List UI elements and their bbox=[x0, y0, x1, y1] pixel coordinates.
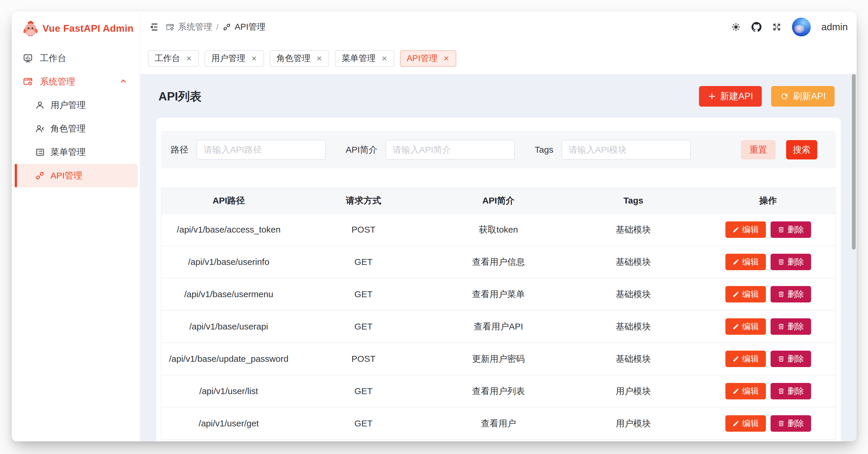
theme-sun-icon[interactable] bbox=[731, 22, 741, 32]
table-body: /api/v1/base/access_tokenPOST获取token基础模块… bbox=[161, 214, 836, 439]
cell-method: GET bbox=[296, 278, 431, 310]
reset-button[interactable]: 重置 bbox=[741, 140, 776, 160]
scrollbar-thumb[interactable] bbox=[852, 74, 856, 250]
edit-button[interactable]: 编辑 bbox=[725, 318, 766, 335]
topbar: 系统管理 / API管理 bbox=[140, 11, 857, 42]
github-icon[interactable] bbox=[751, 22, 762, 32]
app-window: Vue FastAPI Admin 工作台 bbox=[12, 11, 857, 442]
edit-button[interactable]: 编辑 bbox=[725, 383, 766, 399]
delete-button[interactable]: 删除 bbox=[771, 286, 811, 303]
column-header: Tags bbox=[566, 188, 701, 214]
sidebar-item-menus[interactable]: 菜单管理 bbox=[15, 140, 138, 164]
edit-button[interactable]: 编辑 bbox=[725, 415, 766, 432]
filter-tags: Tags bbox=[535, 140, 690, 160]
table-row: /api/v1/base/usermenuGET查看用户菜单基础模块编辑删除 bbox=[161, 278, 836, 310]
role-icon bbox=[35, 124, 44, 133]
cell-summary: 更新用户密码 bbox=[431, 343, 566, 375]
sidebar-item-system[interactable]: 系统管理 bbox=[15, 70, 138, 93]
delete-button[interactable]: 删除 bbox=[771, 254, 811, 270]
tab-0[interactable]: 工作台 bbox=[148, 50, 199, 67]
cell-summary: 查看用户列表 bbox=[431, 375, 566, 407]
new-api-button[interactable]: 新建API bbox=[699, 86, 762, 107]
delete-button[interactable]: 删除 bbox=[771, 221, 811, 238]
table-row: /api/v1/base/update_passwordPOST更新用户密码基础… bbox=[161, 343, 836, 375]
search-button[interactable]: 搜索 bbox=[786, 140, 817, 160]
sidebar-item-users[interactable]: 用户管理 bbox=[15, 93, 138, 117]
user-avatar[interactable] bbox=[792, 18, 811, 36]
cell-summary: 获取token bbox=[431, 214, 566, 246]
cell-method: GET bbox=[296, 407, 431, 439]
edit-button[interactable]: 编辑 bbox=[725, 286, 766, 303]
table-row: /api/v1/base/userinfoGET查看用户信息基础模块编辑删除 bbox=[161, 246, 836, 278]
cell-path: /api/v1/user/list bbox=[161, 375, 296, 407]
column-header: 操作 bbox=[701, 188, 836, 214]
page-title: API列表 bbox=[158, 88, 202, 105]
edit-button[interactable]: 编辑 bbox=[725, 221, 766, 238]
delete-button[interactable]: 删除 bbox=[771, 415, 811, 432]
table-row: /api/v1/user/getGET查看用户用户模块编辑删除 bbox=[161, 407, 836, 439]
breadcrumb-separator: / bbox=[216, 22, 219, 32]
topbar-actions: admin bbox=[731, 18, 848, 36]
cell-actions: 编辑删除 bbox=[701, 278, 836, 310]
header-buttons: 新建API 刷新API bbox=[699, 86, 835, 107]
cell-tags: 基础模块 bbox=[566, 214, 701, 246]
column-header: 请求方式 bbox=[296, 188, 431, 214]
system-icon bbox=[23, 77, 33, 87]
filter-bar: 路径 API简介 Tags 重置 搜索 bbox=[161, 131, 836, 169]
filter-summary: API简介 bbox=[346, 140, 515, 160]
delete-button[interactable]: 删除 bbox=[771, 351, 811, 367]
logo[interactable]: Vue FastAPI Admin bbox=[12, 11, 140, 36]
tab-1[interactable]: 用户管理 bbox=[205, 50, 264, 67]
delete-button[interactable]: 删除 bbox=[771, 318, 811, 335]
api-icon bbox=[35, 171, 44, 180]
collapse-sidebar-icon[interactable] bbox=[149, 22, 159, 32]
tab-3[interactable]: 菜单管理 bbox=[335, 50, 394, 67]
tabbar: 工作台用户管理角色管理菜单管理API管理 bbox=[140, 42, 857, 74]
menu-icon bbox=[35, 147, 44, 157]
system-icon bbox=[166, 23, 174, 31]
cell-actions: 编辑删除 bbox=[701, 407, 836, 439]
api-card: 路径 API简介 Tags 重置 搜索 bbox=[156, 118, 841, 442]
table-row: /api/v1/user/listGET查看用户列表用户模块编辑删除 bbox=[161, 375, 836, 407]
tab-2[interactable]: 角色管理 bbox=[270, 50, 329, 67]
summary-input[interactable] bbox=[385, 140, 515, 160]
cell-method: POST bbox=[296, 214, 431, 246]
username[interactable]: admin bbox=[822, 22, 848, 33]
cell-actions: 编辑删除 bbox=[701, 214, 836, 246]
cell-tags: 用户模块 bbox=[566, 407, 701, 439]
breadcrumb-system[interactable]: 系统管理 bbox=[166, 21, 212, 33]
delete-button[interactable]: 删除 bbox=[771, 383, 811, 399]
api-icon bbox=[223, 23, 231, 31]
edit-button[interactable]: 编辑 bbox=[725, 254, 766, 270]
tab-close-icon[interactable] bbox=[381, 55, 388, 62]
chicken-logo-icon bbox=[24, 21, 37, 36]
breadcrumb-api[interactable]: API管理 bbox=[223, 21, 266, 33]
cell-actions: 编辑删除 bbox=[701, 310, 836, 343]
tags-input[interactable] bbox=[562, 140, 691, 160]
column-header: API路径 bbox=[161, 188, 296, 214]
cell-path: /api/v1/base/usermenu bbox=[161, 278, 296, 310]
cell-method: GET bbox=[296, 246, 431, 278]
edit-button[interactable]: 编辑 bbox=[725, 351, 766, 367]
table-header-row: API路径请求方式API简介Tags操作 bbox=[161, 188, 836, 214]
cell-tags: 基础模块 bbox=[566, 246, 701, 278]
user-icon bbox=[35, 101, 44, 110]
tab-close-icon[interactable] bbox=[316, 55, 322, 62]
fullscreen-icon[interactable] bbox=[772, 22, 781, 32]
refresh-icon bbox=[780, 92, 789, 101]
title-row: API列表 新建API 刷新API bbox=[156, 86, 841, 107]
tab-close-icon[interactable] bbox=[186, 55, 192, 62]
tab-close-icon[interactable] bbox=[251, 55, 257, 62]
path-input[interactable] bbox=[196, 140, 326, 160]
sidebar: Vue FastAPI Admin 工作台 bbox=[12, 11, 140, 442]
tab-close-icon[interactable] bbox=[443, 55, 450, 62]
sidebar-item-api[interactable]: API管理 bbox=[15, 164, 138, 187]
cell-actions: 编辑删除 bbox=[701, 375, 836, 407]
table-row: /api/v1/base/userapiGET查看用户API基础模块编辑删除 bbox=[161, 310, 836, 343]
refresh-api-button[interactable]: 刷新API bbox=[771, 86, 835, 107]
cell-actions: 编辑删除 bbox=[701, 343, 836, 375]
sidebar-item-roles[interactable]: 角色管理 bbox=[15, 117, 138, 140]
sidebar-item-workbench[interactable]: 工作台 bbox=[15, 47, 138, 70]
cell-summary: 查看用户菜单 bbox=[431, 278, 566, 310]
tab-4[interactable]: API管理 bbox=[400, 50, 456, 67]
